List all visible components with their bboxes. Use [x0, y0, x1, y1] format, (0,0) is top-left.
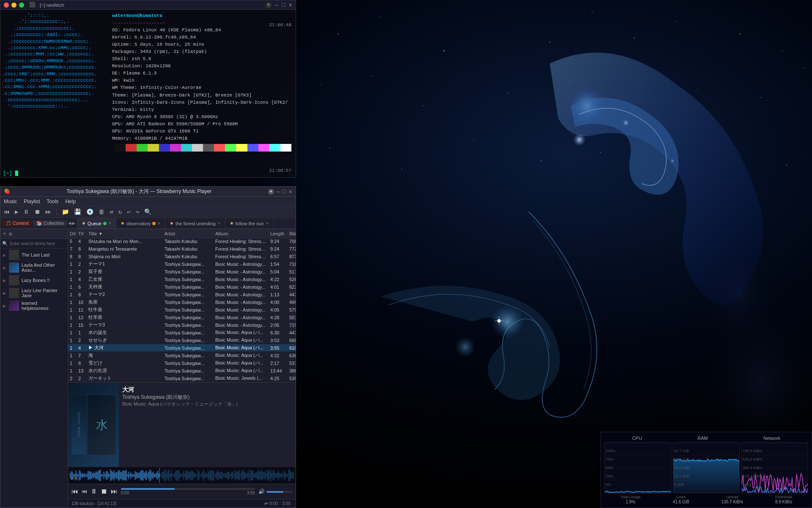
svg-rect-207 [257, 472, 258, 479]
svg-rect-81 [116, 472, 117, 479]
track-row[interactable]: 1 11 牡牛座 Toshiya Sukegaw... Bioic Music … [68, 306, 296, 314]
sidebar-item-layla[interactable]: ▶ Layla And Other Asso... [0, 261, 68, 274]
queue-close[interactable]: ✕ [108, 221, 112, 226]
track-row[interactable]: 1 13 水の生涯 Toshiya Sukegaw... Bioic Music… [68, 367, 296, 375]
ctrl-stop[interactable]: ⏹ [101, 488, 107, 496]
toolbar-burn-btn[interactable]: 💿 [85, 207, 95, 216]
mp-tab-forest[interactable]: ★ the forest unending ✕ [165, 218, 225, 229]
track-row[interactable]: 2 2 ガーネット Toshiya Sukegaw... Bioic Music… [68, 375, 296, 382]
track-bitrate: 623 kbps [288, 284, 296, 290]
mp-maximize-btn[interactable]: □ [283, 188, 286, 195]
track-row[interactable]: 1 2 テーマ1 Toshiya Sukegaw... Bioic Music … [68, 260, 296, 268]
mp-menu-help[interactable]: Help [65, 199, 76, 204]
track-title: 乙女座 [87, 276, 163, 282]
terminal-max-ctrl[interactable]: □ [282, 2, 285, 8]
toolbar-pause-btn[interactable]: ⏸ [22, 208, 31, 216]
terminal-close-ctrl[interactable]: ✕ [289, 1, 292, 8]
toolbar-play-btn[interactable]: ▶ [13, 207, 20, 216]
toolbar-save-btn[interactable]: 💾 [72, 207, 83, 216]
mp-minimize-btn[interactable]: — [277, 188, 280, 195]
track-row[interactable]: 1 4 ▶ 大河 Toshiya Sukegaw... Bioic Music:… [68, 344, 296, 352]
toolbar-repeat-btn[interactable]: ↻ [117, 207, 123, 216]
terminal-minimize-btn[interactable] [11, 3, 16, 8]
track-artist: Toshiya Sukegaw... [163, 345, 214, 351]
mp-tab-queue[interactable]: ★ Queue ✕ [77, 218, 116, 229]
sb-new-btn[interactable]: + [2, 231, 7, 237]
col-hdr-length[interactable]: Length [269, 231, 288, 236]
track-row[interactable]: 1 10 魚座 Toshiya Sukegaw... Bioic Music -… [68, 298, 296, 306]
mp-tab-sun[interactable]: ★ follow the sun ✕ [225, 218, 274, 229]
track-row[interactable]: 1 12 牡羊座 Toshiya Sukegaw... Bioic Music … [68, 314, 296, 321]
mp-menu-playlist[interactable]: Playlist [24, 199, 40, 204]
terminal-maximize-btn[interactable] [19, 3, 24, 8]
toolbar-shuffle-btn[interactable]: ⇄ [108, 207, 115, 216]
sidebar-item-last-last[interactable]: ▶ The Last Last [0, 248, 68, 261]
mp-close-btn[interactable]: ✕ [289, 188, 292, 195]
toolbar-sep1 [56, 209, 57, 215]
track-artist: Toshiya Sukegaw... [163, 368, 214, 373]
search-input[interactable] [10, 241, 66, 246]
toolbar-next-btn[interactable]: ⏭ [44, 208, 53, 216]
toolbar-undo-btn[interactable]: ↩ [125, 207, 132, 216]
track-row[interactable]: 1 1 水の誕生 Toshiya Sukegaw... Bioic Music:… [68, 329, 296, 337]
toolbar-redo-btn[interactable]: ↪ [134, 207, 141, 216]
track-row[interactable]: 1 2 せせらぎ Toshiya Sukegaw... Bioic Music:… [68, 337, 296, 344]
svg-point-7 [634, 38, 635, 39]
track-row[interactable]: 1 4 乙女座 Toshiya Sukegaw... Bioic Music -… [68, 276, 296, 283]
sidebar-item-learned[interactable]: ▶ learned helplessness [0, 299, 68, 312]
col-hdr-bitrate[interactable]: Bitrate [288, 231, 296, 236]
track-row[interactable]: 5 4 Shizuka na Mori no Mon... Takashi Ko… [68, 238, 296, 245]
track-row[interactable]: 1 7 海 Toshiya Sukegaw... Bioic Music: Aq… [68, 352, 296, 359]
mp-collection-tab[interactable]: 📚 Collection [33, 220, 67, 226]
svg-rect-151 [194, 472, 195, 478]
ctrl-next[interactable]: ⏭ [111, 488, 118, 496]
mp-menu-music[interactable]: Music [4, 199, 17, 204]
toolbar-del-btn[interactable]: 🗑 [97, 208, 106, 216]
terminal-min-ctrl[interactable]: — [275, 2, 278, 8]
sidebar-item-lazy-line[interactable]: ▶ Lazy Line Painter Jane [0, 287, 68, 299]
track-title: せせらぎ [87, 337, 163, 343]
forest-close[interactable]: ✕ [217, 221, 221, 226]
mp-tab-observatory[interactable]: ★ observatory ✕ [116, 218, 165, 229]
mp-circle-btn[interactable]: ● [268, 189, 274, 195]
toolbar-stop-btn[interactable]: ⏹ [33, 208, 42, 216]
track-row[interactable]: 7 8 Mangetsu ni Terasarete Takashi Kokub… [68, 245, 296, 253]
track-row[interactable]: 1 6 天秤座 Toshiya Sukegaw... Bioic Music -… [68, 283, 296, 291]
sun-close[interactable]: ✕ [266, 221, 269, 226]
svg-rect-158 [202, 472, 203, 479]
track-row[interactable]: 1 2 双子座 Toshiya Sukegaw... Bioic Music -… [68, 268, 296, 276]
sb-settings-btn[interactable]: ⚙ [8, 231, 13, 237]
toolbar-folder-btn[interactable]: 📁 [60, 207, 71, 216]
lazy-bones-label: Lazy Bones !! [22, 278, 50, 283]
ctrl-prev[interactable]: ⏮ [71, 488, 78, 496]
mp-volume-bar[interactable] [266, 491, 292, 493]
net-y-350: 350.4 KiB/s [743, 466, 762, 470]
sidebar-item-lazy-bones[interactable]: ▶ Lazy Bones !! [0, 274, 68, 287]
observatory-close[interactable]: ✕ [157, 221, 161, 226]
col-hdr-artist[interactable]: Artist [163, 231, 214, 236]
col-hdr-title[interactable]: Title ▼ [87, 231, 163, 236]
track-row[interactable]: 1 15 テーマ3 Toshiya Sukegaw... Bioic Music… [68, 321, 296, 329]
terminal-close-btn[interactable] [4, 3, 9, 8]
ctrl-prev-small[interactable]: ⏮ [82, 489, 87, 495]
tab-nav-left[interactable]: ◀ [68, 220, 71, 226]
track-row[interactable]: 1 8 雪どけ Toshiya Sukegaw... Bioic Music: … [68, 359, 296, 367]
track-row[interactable]: 1 8 テーマ2 Toshiya Sukegaw... Bioic Music … [68, 291, 296, 298]
svg-point-17 [697, 88, 698, 89]
mp-context-tab[interactable]: 🎵 Context [2, 220, 32, 226]
col-hdr-album[interactable]: Album [214, 231, 269, 236]
tab-nav-right[interactable]: ▶ [72, 220, 75, 226]
ctrl-pause[interactable]: ⏸ [91, 488, 97, 496]
track-row[interactable]: 8 8 Shijima no Mori Takashi Kokubu Fores… [68, 253, 296, 260]
toolbar-search-btn[interactable]: 🔍 [143, 207, 153, 216]
track-bitrate: 539 kbps [288, 376, 296, 381]
svg-rect-131 [172, 474, 173, 477]
toolbar-prev-btn[interactable]: ⏮ [2, 208, 11, 216]
mp-progress-bar[interactable] [121, 488, 255, 490]
svg-rect-124 [164, 469, 165, 481]
cpu-footer: Total Usage 1.9% [620, 495, 641, 504]
mp-menu-tools[interactable]: Tools [47, 199, 58, 204]
track-title: テーマ3 [87, 322, 163, 328]
track-album: Bioic Music - Astrology... [214, 277, 269, 282]
svg-rect-206 [256, 472, 257, 478]
